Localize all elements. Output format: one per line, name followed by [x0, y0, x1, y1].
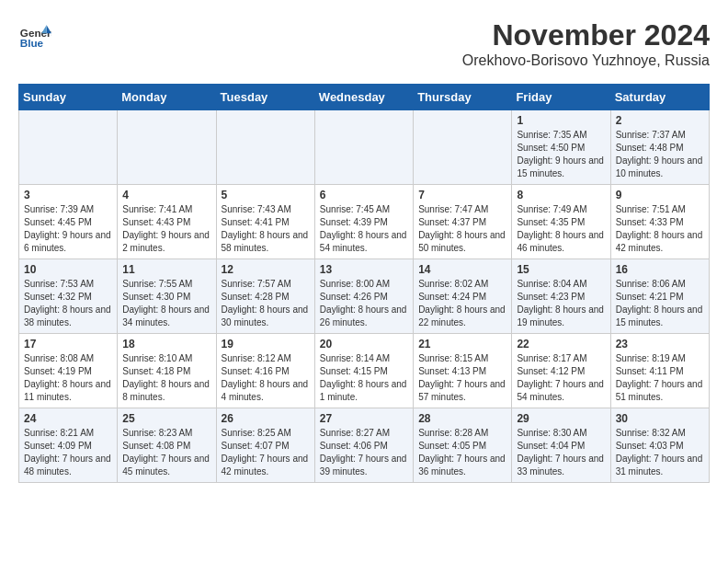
weekday-sunday: Sunday: [19, 85, 118, 110]
day-info: Sunrise: 7:51 AM Sunset: 4:33 PM Dayligh…: [616, 203, 704, 255]
calendar-week-2: 3Sunrise: 7:39 AM Sunset: 4:45 PM Daylig…: [19, 185, 710, 259]
day-number: 29: [517, 412, 605, 425]
calendar-cell: [314, 110, 413, 185]
day-info: Sunrise: 7:39 AM Sunset: 4:45 PM Dayligh…: [24, 203, 112, 255]
day-number: 27: [320, 412, 408, 425]
calendar-cell: 4Sunrise: 7:41 AM Sunset: 4:43 PM Daylig…: [118, 185, 216, 259]
calendar-cell: 8Sunrise: 7:49 AM Sunset: 4:35 PM Daylig…: [512, 185, 610, 259]
day-info: Sunrise: 7:47 AM Sunset: 4:37 PM Dayligh…: [418, 203, 506, 255]
day-info: Sunrise: 8:15 AM Sunset: 4:13 PM Dayligh…: [418, 352, 506, 404]
calendar-cell: 30Sunrise: 8:32 AM Sunset: 4:03 PM Dayli…: [610, 408, 709, 483]
day-info: Sunrise: 8:06 AM Sunset: 4:21 PM Dayligh…: [616, 278, 704, 329]
svg-text:Blue: Blue: [20, 37, 44, 49]
day-number: 8: [517, 189, 605, 201]
day-number: 22: [517, 338, 605, 350]
day-info: Sunrise: 7:41 AM Sunset: 4:43 PM Dayligh…: [122, 203, 210, 255]
calendar-cell: 15Sunrise: 8:04 AM Sunset: 4:23 PM Dayli…: [512, 259, 610, 334]
calendar-cell: 23Sunrise: 8:19 AM Sunset: 4:11 PM Dayli…: [610, 334, 709, 408]
day-info: Sunrise: 8:25 AM Sunset: 4:07 PM Dayligh…: [222, 427, 310, 478]
day-number: 15: [517, 263, 605, 276]
day-number: 1: [517, 114, 605, 127]
weekday-header-row: SundayMondayTuesdayWednesdayThursdayFrid…: [19, 85, 710, 110]
calendar-cell: 27Sunrise: 8:27 AM Sunset: 4:06 PM Dayli…: [314, 408, 413, 483]
calendar-body: 1Sunrise: 7:35 AM Sunset: 4:50 PM Daylig…: [19, 110, 710, 483]
day-info: Sunrise: 7:45 AM Sunset: 4:39 PM Dayligh…: [320, 203, 408, 255]
day-number: 19: [222, 338, 310, 350]
calendar-cell: 6Sunrise: 7:45 AM Sunset: 4:39 PM Daylig…: [314, 185, 413, 259]
logo-icon: General Blue: [18, 18, 51, 52]
day-number: 2: [616, 114, 704, 127]
day-info: Sunrise: 7:57 AM Sunset: 4:28 PM Dayligh…: [222, 278, 310, 329]
location-title: Orekhovo-Borisovo Yuzhnoye, Russia: [462, 52, 710, 69]
calendar-cell: 28Sunrise: 8:28 AM Sunset: 4:05 PM Dayli…: [414, 408, 512, 483]
calendar-cell: [19, 110, 118, 185]
day-number: 24: [24, 412, 112, 425]
day-info: Sunrise: 8:12 AM Sunset: 4:16 PM Dayligh…: [222, 352, 310, 404]
day-number: 23: [616, 338, 704, 350]
day-info: Sunrise: 8:32 AM Sunset: 4:03 PM Dayligh…: [616, 427, 704, 478]
calendar-cell: 5Sunrise: 7:43 AM Sunset: 4:41 PM Daylig…: [216, 185, 314, 259]
day-number: 5: [222, 189, 310, 201]
day-info: Sunrise: 8:23 AM Sunset: 4:08 PM Dayligh…: [122, 427, 210, 478]
day-info: Sunrise: 8:00 AM Sunset: 4:26 PM Dayligh…: [320, 278, 408, 329]
weekday-monday: Monday: [118, 85, 216, 110]
day-number: 4: [122, 189, 210, 201]
day-number: 10: [24, 263, 112, 276]
calendar-cell: [118, 110, 216, 185]
month-title: November 2024: [462, 18, 710, 52]
day-number: 3: [24, 189, 112, 201]
day-number: 25: [122, 412, 210, 425]
calendar-cell: 7Sunrise: 7:47 AM Sunset: 4:37 PM Daylig…: [414, 185, 512, 259]
day-number: 26: [222, 412, 310, 425]
logo: General Blue: [18, 18, 55, 52]
calendar-cell: 11Sunrise: 7:55 AM Sunset: 4:30 PM Dayli…: [118, 259, 216, 334]
calendar-cell: 3Sunrise: 7:39 AM Sunset: 4:45 PM Daylig…: [19, 185, 118, 259]
calendar-cell: 18Sunrise: 8:10 AM Sunset: 4:18 PM Dayli…: [118, 334, 216, 408]
weekday-thursday: Thursday: [414, 85, 512, 110]
day-info: Sunrise: 8:30 AM Sunset: 4:04 PM Dayligh…: [517, 427, 605, 478]
calendar-cell: 13Sunrise: 8:00 AM Sunset: 4:26 PM Dayli…: [314, 259, 413, 334]
day-info: Sunrise: 8:27 AM Sunset: 4:06 PM Dayligh…: [320, 427, 408, 478]
day-number: 6: [320, 189, 408, 201]
calendar-cell: [216, 110, 314, 185]
weekday-friday: Friday: [512, 85, 610, 110]
day-number: 17: [24, 338, 112, 350]
day-info: Sunrise: 8:10 AM Sunset: 4:18 PM Dayligh…: [122, 352, 210, 404]
weekday-saturday: Saturday: [610, 85, 709, 110]
day-number: 7: [418, 189, 506, 201]
day-number: 9: [616, 189, 704, 201]
calendar-cell: 10Sunrise: 7:53 AM Sunset: 4:32 PM Dayli…: [19, 259, 118, 334]
calendar-cell: [414, 110, 512, 185]
calendar-cell: 9Sunrise: 7:51 AM Sunset: 4:33 PM Daylig…: [610, 185, 709, 259]
calendar-cell: 26Sunrise: 8:25 AM Sunset: 4:07 PM Dayli…: [216, 408, 314, 483]
day-number: 20: [320, 338, 408, 350]
day-info: Sunrise: 7:55 AM Sunset: 4:30 PM Dayligh…: [122, 278, 210, 329]
title-section: November 2024 Orekhovo-Borisovo Yuzhnoye…: [462, 18, 710, 69]
day-info: Sunrise: 8:21 AM Sunset: 4:09 PM Dayligh…: [24, 427, 112, 478]
calendar-cell: 1Sunrise: 7:35 AM Sunset: 4:50 PM Daylig…: [512, 110, 610, 185]
day-number: 18: [122, 338, 210, 350]
calendar-table: SundayMondayTuesdayWednesdayThursdayFrid…: [18, 84, 710, 483]
calendar-week-3: 10Sunrise: 7:53 AM Sunset: 4:32 PM Dayli…: [19, 259, 710, 334]
calendar-week-4: 17Sunrise: 8:08 AM Sunset: 4:19 PM Dayli…: [19, 334, 710, 408]
weekday-wednesday: Wednesday: [314, 85, 413, 110]
day-number: 21: [418, 338, 506, 350]
day-info: Sunrise: 7:49 AM Sunset: 4:35 PM Dayligh…: [517, 203, 605, 255]
day-info: Sunrise: 8:14 AM Sunset: 4:15 PM Dayligh…: [320, 352, 408, 404]
day-info: Sunrise: 8:04 AM Sunset: 4:23 PM Dayligh…: [517, 278, 605, 329]
day-number: 12: [222, 263, 310, 276]
calendar-week-1: 1Sunrise: 7:35 AM Sunset: 4:50 PM Daylig…: [19, 110, 710, 185]
day-info: Sunrise: 8:02 AM Sunset: 4:24 PM Dayligh…: [418, 278, 506, 329]
weekday-tuesday: Tuesday: [216, 85, 314, 110]
calendar-cell: 21Sunrise: 8:15 AM Sunset: 4:13 PM Dayli…: [414, 334, 512, 408]
day-info: Sunrise: 8:28 AM Sunset: 4:05 PM Dayligh…: [418, 427, 506, 478]
calendar-cell: 25Sunrise: 8:23 AM Sunset: 4:08 PM Dayli…: [118, 408, 216, 483]
day-number: 11: [122, 263, 210, 276]
calendar-cell: 2Sunrise: 7:37 AM Sunset: 4:48 PM Daylig…: [610, 110, 709, 185]
calendar-cell: 12Sunrise: 7:57 AM Sunset: 4:28 PM Dayli…: [216, 259, 314, 334]
day-info: Sunrise: 8:19 AM Sunset: 4:11 PM Dayligh…: [616, 352, 704, 404]
calendar-cell: 29Sunrise: 8:30 AM Sunset: 4:04 PM Dayli…: [512, 408, 610, 483]
day-number: 14: [418, 263, 506, 276]
calendar-cell: 19Sunrise: 8:12 AM Sunset: 4:16 PM Dayli…: [216, 334, 314, 408]
day-number: 13: [320, 263, 408, 276]
